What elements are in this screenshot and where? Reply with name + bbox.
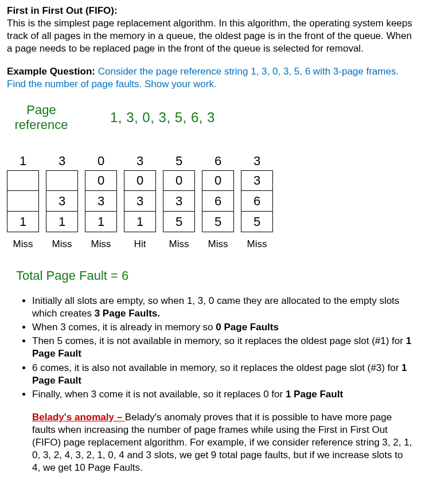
frame-slot: 5 — [202, 212, 234, 232]
diagram-header: Page reference 1, 3, 0, 3, 5, 6, 3 — [7, 103, 418, 133]
frame-columns: 11Miss331Miss0031Miss3031Hit5035Miss6065… — [7, 153, 418, 251]
frame-slot: 6 — [202, 191, 234, 212]
frame-slot: 3 — [163, 191, 195, 212]
explanation-bold: 3 Page Faults. — [95, 308, 160, 319]
status-label: Hit — [124, 238, 156, 251]
frame-slots: 1 — [7, 170, 39, 232]
frame-slot — [7, 170, 39, 191]
frame-slot: 0 — [202, 170, 234, 191]
frame-slot: 3 — [124, 191, 156, 212]
explanation-text: 6 comes, it is also not available in mem… — [32, 362, 401, 373]
frame-slot: 1 — [124, 212, 156, 232]
example-label: Example Question: — [7, 66, 98, 77]
frame-slot: 3 — [85, 191, 117, 212]
explanation-list: Initially all slots are empty, so when 1… — [32, 295, 412, 401]
fifo-diagram: Page reference 1, 3, 0, 3, 5, 6, 3 11Mis… — [7, 103, 418, 251]
frame-column: 331Miss — [46, 153, 78, 251]
status-label: Miss — [163, 238, 195, 251]
explanation-bold: 0 Page Faults — [216, 322, 279, 333]
frame-column: 3031Hit — [124, 153, 156, 251]
section-description: This is the simplest page replacement al… — [7, 17, 418, 55]
frame-slot: 6 — [241, 191, 273, 212]
explanation-item: Initially all slots are empty, so when 1… — [32, 295, 412, 320]
reference-value: 3 — [46, 153, 78, 167]
reference-value: 3 — [124, 153, 156, 167]
frame-slots: 31 — [46, 170, 78, 232]
explanation-text: Finally, when 3 come it is not available… — [32, 389, 286, 400]
reference-value: 3 — [241, 153, 273, 167]
frame-slot: 3 — [46, 191, 78, 212]
status-label: Miss — [241, 238, 273, 251]
frame-column: 6065Miss — [202, 153, 234, 251]
status-label: Miss — [85, 238, 117, 251]
frame-slot: 3 — [241, 170, 273, 191]
reference-value: 0 — [85, 153, 117, 167]
frame-column: 3365Miss — [241, 153, 273, 251]
explanation-item: 6 comes, it is also not available in mem… — [32, 362, 412, 387]
frame-slots: 065 — [202, 170, 234, 232]
frame-slot: 1 — [7, 212, 39, 232]
explanation-item: Finally, when 3 come it is not available… — [32, 388, 412, 401]
frame-slots: 365 — [241, 170, 273, 232]
reference-sequence: 1, 3, 0, 3, 5, 6, 3 — [110, 108, 215, 126]
frame-slot — [46, 170, 78, 191]
explanation-text: Initially all slots are empty, so when 1… — [32, 295, 399, 319]
frame-slots: 035 — [163, 170, 195, 232]
status-label: Miss — [46, 238, 78, 251]
label-line2: reference — [15, 118, 68, 132]
frame-slot: 0 — [124, 170, 156, 191]
explanation-item: Then 5 comes, it is not available in mem… — [32, 335, 412, 360]
example-question: Example Question: Consider the page refe… — [7, 65, 418, 91]
frame-slot: 0 — [163, 170, 195, 191]
frame-slot: 5 — [241, 212, 273, 232]
frame-slots: 031 — [124, 170, 156, 232]
anomaly-title: Belady's anomaly – — [32, 412, 125, 423]
belady-anomaly: Belady's anomaly – Belady's anomaly prov… — [32, 411, 412, 474]
frame-column: 0031Miss — [85, 153, 117, 251]
section-heading: First in First Out (FIFO): — [7, 5, 418, 17]
status-label: Miss — [7, 238, 39, 251]
frame-slot: 1 — [46, 212, 78, 232]
explanation-item: When 3 comes, it is already in memory so… — [32, 321, 412, 334]
frame-slot: 1 — [85, 212, 117, 232]
reference-value: 5 — [163, 153, 195, 167]
explanation-text: When 3 comes, it is already in memory so — [32, 322, 216, 333]
reference-value: 6 — [202, 153, 234, 167]
label-line1: Page — [26, 103, 56, 117]
frame-column: 11Miss — [7, 153, 39, 251]
frame-slot — [7, 191, 39, 212]
total-page-faults: Total Page Fault = 6 — [16, 268, 418, 284]
frame-slot: 5 — [163, 212, 195, 232]
frame-slot: 0 — [85, 170, 117, 191]
reference-value: 1 — [7, 153, 39, 167]
page-reference-label: Page reference — [7, 103, 76, 133]
status-label: Miss — [202, 238, 234, 251]
frame-slots: 031 — [85, 170, 117, 232]
explanation-text: Then 5 comes, it is not available in mem… — [32, 335, 406, 346]
explanation-bold: 1 Page Fault — [286, 389, 343, 400]
frame-column: 5035Miss — [163, 153, 195, 251]
